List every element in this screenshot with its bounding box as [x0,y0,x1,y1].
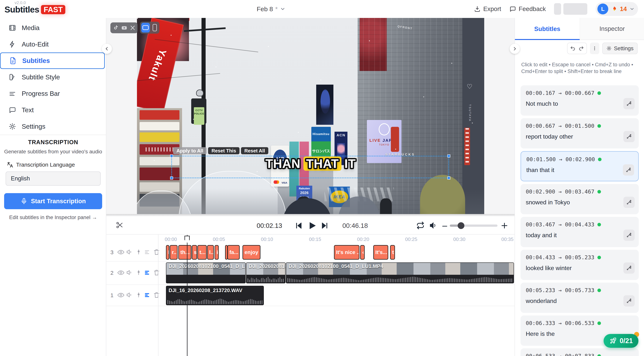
entry-text[interactable]: Not much to [526,100,634,107]
start-transcription-button[interactable]: Start Transcription [4,193,102,209]
tiktok-icon[interactable] [113,25,119,31]
portrait-aspect-button[interactable] [151,23,158,32]
reset-this-button[interactable]: Reset This [208,147,240,154]
split-entry-button[interactable] [623,164,634,176]
track-align-button[interactable] [144,292,151,299]
account-menu[interactable]: L 14 [596,2,638,16]
track-mute-toggle[interactable] [126,248,133,255]
skip-forward-button[interactable] [320,221,329,230]
slider-thumb[interactable] [458,222,464,229]
apply-to-all-button[interactable]: Apply to All [173,147,206,154]
project-menu[interactable]: Feb 8 * [257,4,286,13]
track-visibility-toggle[interactable] [117,291,124,299]
track-fader[interactable] [136,269,142,276]
skip-back-button[interactable] [295,221,303,230]
video-clip[interactable]: DJI_20260208102100_0541_D_LU1. [166,262,246,283]
tab-inspector[interactable]: Inspector [580,18,644,40]
subtitle-entry[interactable]: 00:00.667 → 00:01.500 report today other [520,118,639,149]
sidebar-item-text[interactable]: Text [0,102,106,118]
subtitle-clip[interactable]: s [192,245,197,260]
split-entry-button[interactable] [624,262,635,274]
video-preview[interactable]: Yakult CCTV POLICE [137,18,484,214]
track-align-button[interactable] [144,269,151,276]
subtitle-entry[interactable]: 00:03.467 → 00:04.433 today and it [520,217,639,247]
split-entry-button[interactable] [624,197,635,208]
subtitle-entry[interactable]: 00:06.533 → 00:07.833 [520,348,639,356]
x-logo-icon[interactable] [130,25,136,31]
entry-text[interactable]: today and it [526,232,634,239]
video-graphic [316,85,334,125]
subtitle-clip[interactable]: r.. [170,245,178,260]
resize-handle[interactable] [170,177,173,179]
zoom-in-button[interactable] [501,222,508,229]
subtitle-clip[interactable]: t... [198,245,207,260]
sidebar-item-progress-bar[interactable]: Progress Bar [0,85,106,102]
subtitle-entry-selected[interactable]: 00:01.500 → 00:02.900 than that it [520,151,639,181]
collapse-sidebar-button[interactable] [102,44,112,54]
sidebar-item-subtitle-style[interactable]: Subtitle Style [0,69,106,85]
youtube-icon[interactable] [121,25,128,31]
split-entry-button[interactable] [624,229,635,241]
subtitle-clip[interactable]: It's nice ... [334,245,360,260]
sidebar-item-media[interactable]: Media [0,20,106,36]
zoom-out-button[interactable] [442,223,448,229]
resize-handle[interactable] [447,177,450,179]
subtitle-settings-button[interactable]: Settings [602,43,638,54]
volume-icon[interactable] [429,221,438,230]
split-entry-button[interactable] [624,295,635,307]
track-visibility-toggle[interactable] [117,269,124,276]
transcription-heading: TRANSCRIPTION [0,139,106,146]
subtitle-clip[interactable]: th... [178,245,192,260]
playhead[interactable] [187,235,188,356]
subtitle-overlay-text[interactable]: THAN THAT IT [137,157,484,171]
entry-text[interactable]: than that it [526,167,633,174]
subtitle-entry[interactable]: 00:05.233 → 00:05.733 wonderland [520,283,639,313]
subtitle-clip[interactable]: I [166,245,169,260]
split-entry-button[interactable] [624,98,635,109]
sidebar-item-auto-edit[interactable]: Auto-Edit [0,36,106,52]
audio-clip[interactable]: DJI_16_20260208_213720.WAV [166,286,264,305]
split-clip-button[interactable] [116,221,124,229]
subtitle-entry[interactable]: 00:00.167 → 00:00.667 Not much to [520,85,639,116]
timeline-zoom-slider[interactable] [450,224,498,227]
export-button[interactable]: Export [474,5,501,12]
play-button[interactable] [307,221,317,230]
video-clip[interactable]: DJI_2026020810 [246,262,286,283]
subtitle-entry[interactable]: 00:04.433 → 00:05.233 looked like winter [520,250,639,280]
more-options-button[interactable] [590,43,599,54]
subtitle-clip[interactable]: It's... [373,245,388,260]
project-name: Feb 8 [257,5,273,13]
landscape-aspect-button[interactable] [141,23,150,32]
split-entry-button[interactable] [624,131,635,142]
track-mute-toggle[interactable] [126,269,133,276]
undo-icon[interactable] [570,46,576,51]
track-fader[interactable] [136,248,142,255]
timeline[interactable]: 00:00 00:05 00:10 00:15 00:20 00:25 00:3… [106,235,514,356]
subtitle-clip[interactable]: fa... [227,245,240,260]
sidebar-item-subtitles[interactable]: Subtitles [0,52,105,69]
video-clip[interactable]: DJI_20260208102100_0541_D_LU1.MP4 [286,262,514,283]
feedback-button[interactable]: Feedback [509,5,546,12]
track-fader[interactable] [136,291,142,299]
tab-subtitles[interactable]: Subtitles [515,18,580,40]
subtitle-entry[interactable]: 00:02.900 → 00:03.467 snowed in Tokyo [520,184,639,214]
sidebar-item-settings[interactable]: Settings [0,118,106,135]
progress-badge[interactable]: 0/21 [604,334,638,348]
track-mute-toggle[interactable] [126,291,133,299]
entry-text[interactable]: report today other [526,133,634,140]
entry-text[interactable]: wonderland [526,298,634,305]
loop-button[interactable] [416,221,425,230]
reset-all-button[interactable]: Reset All [241,147,268,154]
subtitle-clip[interactable]: enjoy [242,245,260,260]
collapse-inspector-button[interactable] [510,44,520,54]
subtitle-clip[interactable]: t [390,245,395,260]
track-align-button[interactable] [144,249,151,255]
entry-text[interactable]: snowed in Tokyo [526,199,634,206]
subtitle-clip[interactable]: ‹ [360,245,365,260]
track-visibility-toggle[interactable] [117,248,124,256]
entry-text[interactable]: looked like winter [526,265,634,272]
subtitle-clip[interactable]: l.. [207,245,214,260]
subtitle-clip[interactable]: i [214,245,219,260]
redo-icon[interactable] [578,46,584,51]
language-select[interactable]: English [6,172,101,186]
